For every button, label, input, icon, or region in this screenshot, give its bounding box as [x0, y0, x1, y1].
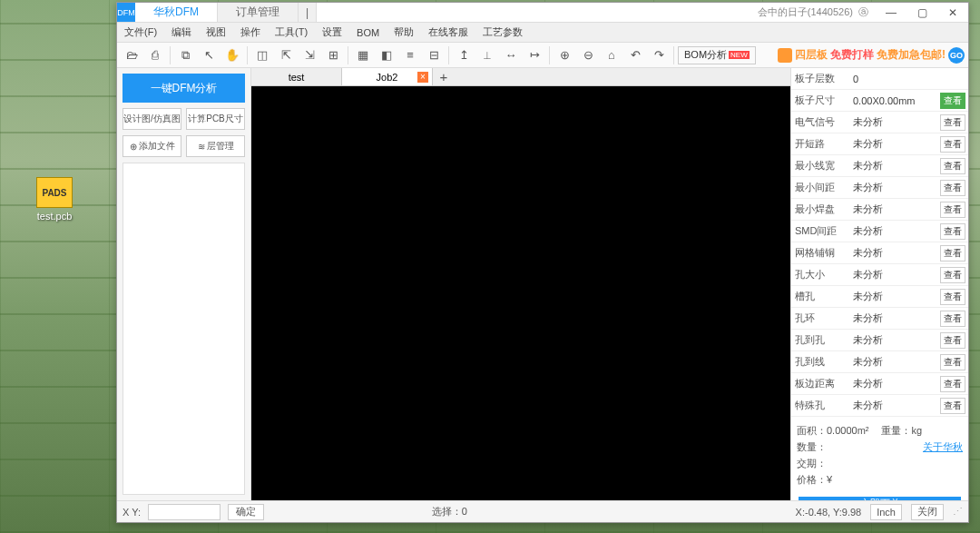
menu-item[interactable]: 工艺参数 [475, 25, 530, 39]
layer-manage-button[interactable]: ≋层管理 [186, 135, 245, 157]
pads-icon: PADS [36, 177, 73, 208]
arrow-icon[interactable]: ↦ [524, 45, 545, 65]
view-button[interactable]: 查看 [940, 311, 965, 327]
view-button[interactable]: 查看 [940, 114, 965, 131]
design-view-button[interactable]: 设计图/仿真图 [122, 108, 181, 130]
prop-name: 开短路 [791, 137, 849, 151]
redo-icon[interactable]: ↷ [648, 45, 670, 65]
prop-name: 电气信号 [791, 115, 849, 129]
view-button[interactable]: 查看 [940, 158, 965, 174]
zoom-in-icon[interactable]: ⊕ [554, 45, 575, 65]
calc-pcb-button[interactable]: 计算PCB尺寸 [186, 108, 245, 130]
property-row: 特殊孔未分析查看 [791, 395, 968, 417]
print-icon[interactable]: ⎙ [144, 45, 166, 65]
view-button[interactable]: 查看 [940, 202, 965, 218]
gift-icon [778, 48, 792, 63]
tool-icon-4[interactable]: ⊞ [322, 45, 344, 65]
selection-count: 选择：0 [432, 505, 467, 518]
tool-icon-7[interactable]: ≡ [399, 45, 421, 65]
titlebar-tab-orders[interactable]: 订单管理 [218, 3, 299, 22]
tool-icon-2[interactable]: ⇱ [275, 45, 297, 65]
tool-icon-6[interactable]: ◧ [376, 45, 397, 65]
home-icon[interactable]: ⌂ [601, 45, 622, 65]
undo-icon[interactable]: ↶ [624, 45, 646, 65]
distance-icon[interactable]: ↔ [500, 45, 522, 65]
tool-icon-1[interactable]: ◫ [251, 45, 273, 65]
prop-name: 槽孔 [791, 290, 849, 303]
file-tab-job2[interactable]: Job2 × [342, 68, 433, 85]
menu-item[interactable]: 帮助 [387, 25, 421, 39]
view-button[interactable]: 查看 [940, 93, 965, 109]
app-window: DFM 华秋DFM 订单管理 | 会中的日子(1440526) ⓐ — ▢ ✕ … [116, 2, 969, 523]
open-icon[interactable]: 🗁 [121, 45, 142, 65]
view-button[interactable]: 查看 [940, 180, 965, 196]
property-row: 孔大小未分析查看 [791, 264, 968, 286]
close-button[interactable]: ✕ [937, 3, 968, 22]
desktop-file-icon[interactable]: PADS test.pcb [27, 177, 82, 222]
confirm-button[interactable]: 确定 [228, 504, 264, 520]
prop-name: 最小线宽 [791, 159, 849, 173]
view-button[interactable]: 查看 [940, 376, 965, 392]
property-row: 最小焊盘未分析查看 [791, 199, 968, 221]
close-panel-button[interactable]: 关闭 [911, 504, 944, 520]
tool-icon-8[interactable]: ⊟ [423, 45, 445, 65]
about-link[interactable]: 关于华秋 [923, 439, 963, 455]
view-button[interactable]: 查看 [940, 136, 965, 153]
summary-box: 面积：0.0000m² 重量：kg 数量： 关于华秋 交期： 价格：¥ [791, 417, 968, 493]
select-rect-icon[interactable]: ⧉ [174, 45, 196, 65]
maximize-button[interactable]: ▢ [906, 3, 937, 22]
menu-item[interactable]: 编辑 [164, 25, 199, 39]
hand-icon[interactable]: ✋ [221, 45, 243, 65]
left-panel: 一键DFM分析 设计图/仿真图 计算PCB尺寸 ⊕添加文件 ≋层管理 [117, 68, 251, 500]
xy-input[interactable] [148, 504, 220, 520]
prop-name: 孔环 [791, 311, 849, 325]
prop-value: 未分析 [849, 377, 940, 390]
unit-toggle[interactable]: Inch [870, 504, 902, 520]
property-row: 网格铺铜未分析查看 [791, 242, 968, 264]
view-button[interactable]: 查看 [940, 332, 965, 349]
menu-item[interactable]: 操作 [233, 25, 268, 39]
xy-label: X Y: [122, 507, 141, 518]
zoom-out-icon[interactable]: ⊖ [577, 45, 599, 65]
pcb-canvas[interactable] [251, 86, 790, 500]
property-row: 板边距离未分析查看 [791, 373, 968, 395]
prop-value: 未分析 [849, 399, 940, 412]
menu-item[interactable]: 文件(F) [117, 25, 164, 39]
menu-item[interactable]: 设置 [315, 25, 349, 39]
resize-grip-icon[interactable]: ⋰ [953, 506, 963, 518]
view-button[interactable]: 查看 [940, 354, 965, 370]
cursor-icon[interactable]: ↖ [198, 45, 220, 65]
tool-icon-3[interactable]: ⇲ [299, 45, 320, 65]
ruler-icon[interactable]: ↥ [453, 45, 475, 65]
prop-value: 0.00X0.00mm [849, 95, 940, 106]
menu-item[interactable]: 在线客服 [421, 25, 475, 39]
property-row: 板子层数0 [791, 68, 968, 90]
tool-icon-5[interactable]: ▦ [352, 45, 374, 65]
menu-item[interactable]: 工具(T) [268, 25, 315, 39]
titlebar-tab-dfm[interactable]: 华秋DFM [135, 3, 218, 22]
left-panel-body [122, 163, 245, 495]
minimize-button[interactable]: — [876, 3, 906, 22]
user-avatar-icon[interactable]: ⓐ [858, 5, 868, 19]
menu-item[interactable]: 视图 [199, 25, 233, 39]
view-button[interactable]: 查看 [940, 267, 965, 283]
promo-banner[interactable]: 四层板 免费打样 免费加急包邮! GO [778, 47, 965, 64]
file-tabstrip: test Job2 × + [251, 68, 790, 86]
view-button[interactable]: 查看 [940, 245, 965, 262]
properties-panel: 板子层数0板子尺寸0.00X0.00mm查看电气信号未分析查看开短路未分析查看最… [790, 68, 968, 500]
property-row: 电气信号未分析查看 [791, 112, 968, 133]
bom-analyze-button[interactable]: BOM分析 NEW [678, 46, 756, 64]
view-button[interactable]: 查看 [940, 223, 965, 240]
view-button[interactable]: 查看 [940, 398, 965, 414]
dfm-analyze-button[interactable]: 一键DFM分析 [122, 74, 245, 103]
add-file-button[interactable]: ⊕添加文件 [122, 135, 181, 157]
titlebar: DFM 华秋DFM 订单管理 | 会中的日子(1440526) ⓐ — ▢ ✕ [117, 3, 968, 23]
tab-close-icon[interactable]: × [417, 72, 428, 83]
add-tab-button[interactable]: + [433, 68, 455, 85]
view-button[interactable]: 查看 [940, 289, 965, 305]
menu-item[interactable]: BOM [349, 27, 387, 38]
titlebar-tab-blank[interactable]: | [299, 3, 317, 22]
measure-icon[interactable]: ⟂ [476, 45, 498, 65]
file-tab-test[interactable]: test [251, 68, 342, 85]
prop-value: 0 [849, 74, 968, 84]
